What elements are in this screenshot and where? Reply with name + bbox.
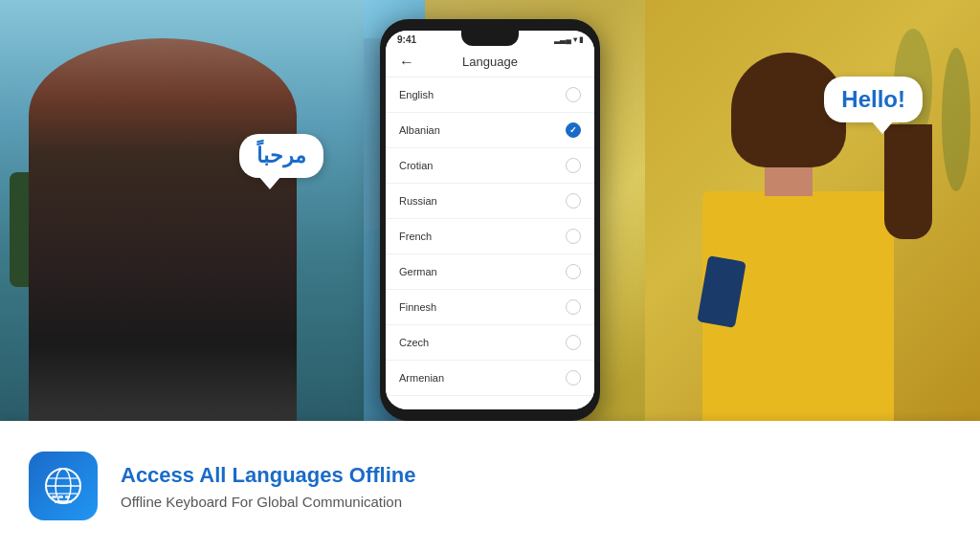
app-icon-svg [42, 465, 84, 507]
speech-bubble-left: مرحباً [239, 134, 323, 178]
language-name: Crotian [399, 160, 433, 171]
language-name: Armenian [399, 372, 444, 384]
svg-rect-7 [65, 496, 70, 498]
language-item[interactable]: Crotian [386, 148, 594, 184]
language-name: French [399, 231, 432, 242]
signal-icon: ▂▃▄ [554, 35, 571, 44]
svg-rect-8 [55, 500, 72, 503]
wifi-icon: ▾ [573, 35, 577, 44]
radio-button[interactable] [566, 370, 581, 386]
radio-button[interactable] [566, 335, 581, 350]
language-name: Russian [399, 195, 437, 207]
battery-icon: ▮ [579, 35, 583, 44]
bottom-title: Access All Languages Offline [121, 463, 416, 488]
svg-rect-5 [52, 496, 56, 498]
language-list: EnglishAlbanianCrotianRussianFrenchGerma… [386, 77, 594, 409]
app-header: ← Language [386, 47, 594, 77]
language-item[interactable]: English [386, 77, 594, 113]
radio-button[interactable] [566, 158, 581, 173]
radio-button[interactable] [566, 87, 581, 102]
language-item[interactable]: Armenian [386, 361, 594, 396]
language-item[interactable]: Finnesh [386, 290, 594, 325]
person-left [0, 0, 364, 421]
svg-rect-6 [58, 496, 63, 498]
radio-button[interactable] [566, 122, 581, 138]
language-item[interactable]: German [386, 254, 594, 290]
phone-notch [461, 31, 519, 46]
status-icons: ▂▃▄ ▾ ▮ [554, 35, 583, 44]
bottom-text: Access All Languages Offline Offline Key… [121, 463, 416, 510]
radio-button[interactable] [566, 193, 581, 209]
language-name: Albanian [399, 124, 440, 136]
bottom-bar: Access All Languages Offline Offline Key… [0, 421, 980, 551]
radio-button[interactable] [566, 264, 581, 279]
language-name: English [399, 89, 434, 100]
language-item[interactable]: Czech [386, 325, 594, 361]
language-item[interactable]: Albanian [386, 113, 594, 148]
back-button[interactable]: ← [399, 54, 414, 71]
language-name: Czech [399, 337, 429, 348]
language-item[interactable]: Russian [386, 184, 594, 219]
person-right [645, 0, 980, 421]
language-item[interactable]: French [386, 219, 594, 254]
phone-screen: 9:41 ▂▃▄ ▾ ▮ ← Language EnglishAlbanianC… [386, 31, 594, 409]
bottom-subtitle: Offline Keyboard For Global Communicatio… [121, 494, 416, 510]
status-time: 9:41 [397, 34, 416, 45]
phone-mockup: 9:41 ▂▃▄ ▾ ▮ ← Language EnglishAlbanianC… [380, 19, 600, 421]
speech-bubble-right: Hello! [824, 77, 923, 122]
screen-title: Language [462, 55, 518, 69]
radio-button[interactable] [566, 229, 581, 244]
radio-button[interactable] [566, 299, 581, 315]
language-name: Finnesh [399, 301, 436, 313]
language-name: German [399, 266, 437, 277]
app-icon [29, 452, 98, 520]
